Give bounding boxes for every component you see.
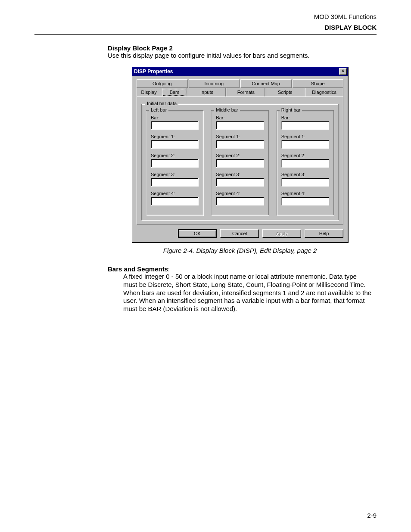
header-line2: DISPLAY BLOCK bbox=[34, 24, 377, 31]
tab-incoming[interactable]: Incoming bbox=[189, 79, 240, 88]
cancel-button[interactable]: Cancel bbox=[220, 229, 259, 238]
tab-panel: Initial bar data Left bar Bar: Segment 1… bbox=[137, 96, 343, 225]
left-bar-input-seg1[interactable] bbox=[151, 140, 199, 149]
right-bar-label-bar: Bar: bbox=[281, 115, 329, 120]
tab-diagnostics[interactable]: Diagnostics bbox=[305, 88, 343, 96]
left-bar-group: Left bar Bar: Segment 1: Segment 2: Segm… bbox=[146, 110, 203, 215]
tab-bars[interactable]: Bars bbox=[162, 88, 187, 96]
right-bar-input-bar[interactable] bbox=[281, 121, 329, 130]
right-bar-input-seg3[interactable] bbox=[281, 178, 329, 187]
page-number: 2-9 bbox=[367, 512, 377, 519]
tab-scripts[interactable]: Scripts bbox=[266, 88, 304, 96]
right-bar-label-seg1: Segment 1: bbox=[281, 134, 329, 139]
bars-segments-title: Bars and Segments bbox=[108, 265, 168, 273]
tabs-row-2: Display Bars Inputs Formats Scripts Diag… bbox=[137, 88, 343, 96]
left-bar-legend: Left bar bbox=[149, 107, 168, 112]
tab-formats[interactable]: Formats bbox=[227, 88, 265, 96]
bars-segments-colon: : bbox=[168, 265, 170, 273]
right-bar-label-seg2: Segment 2: bbox=[281, 153, 329, 158]
right-bar-input-seg1[interactable] bbox=[281, 140, 329, 149]
left-bar-label-seg4: Segment 4: bbox=[151, 191, 199, 196]
dialog-buttons: OK Cancel Apply Help bbox=[137, 229, 343, 238]
middle-bar-group: Middle bar Bar: Segment 1: Segment 2: Se… bbox=[211, 110, 268, 215]
middle-bar-input-bar[interactable] bbox=[216, 121, 264, 130]
close-icon[interactable]: × bbox=[339, 68, 347, 75]
middle-bar-label-seg2: Segment 2: bbox=[216, 153, 264, 158]
bars-segments-heading: Bars and Segments: bbox=[108, 265, 372, 273]
left-bar-input-seg3[interactable] bbox=[151, 178, 199, 187]
left-bar-label-seg1: Segment 1: bbox=[151, 134, 199, 139]
middle-bar-input-seg3[interactable] bbox=[216, 178, 264, 187]
left-bar-label-bar: Bar: bbox=[151, 115, 199, 120]
dialog-titlebar: DISP Properties × bbox=[132, 67, 348, 76]
apply-button[interactable]: Apply bbox=[262, 229, 301, 238]
tab-inputs[interactable]: Inputs bbox=[188, 88, 226, 96]
initial-bar-data-group: Initial bar data Left bar Bar: Segment 1… bbox=[141, 104, 339, 220]
middle-bar-label-seg1: Segment 1: bbox=[216, 134, 264, 139]
tab-shape[interactable]: Shape bbox=[293, 79, 344, 88]
disp-properties-dialog: DISP Properties × Outgoing Incoming Conn… bbox=[132, 67, 348, 243]
middle-bar-input-seg2[interactable] bbox=[216, 159, 264, 168]
middle-bar-label-seg3: Segment 3: bbox=[216, 172, 264, 177]
right-bar-input-seg4[interactable] bbox=[281, 197, 329, 205]
help-button[interactable]: Help bbox=[305, 229, 343, 238]
right-bar-label-seg3: Segment 3: bbox=[281, 172, 329, 177]
right-bar-group: Right bar Bar: Segment 1: Segment 2: Seg… bbox=[277, 110, 334, 215]
left-bar-input-seg4[interactable] bbox=[151, 197, 199, 205]
section-desc: Use this display page to configure initi… bbox=[108, 52, 372, 59]
left-bar-input-bar[interactable] bbox=[151, 121, 199, 130]
dialog-title: DISP Properties bbox=[134, 68, 173, 75]
tabs-row-1: Outgoing Incoming Connect Map Shape bbox=[137, 79, 343, 88]
section-title: Display Block Page 2 bbox=[108, 44, 372, 52]
bars-segments-body: A fixed integer 0 - 50 or a block input … bbox=[123, 273, 372, 313]
figure-caption: Figure 2-4. Display Block (DISP), Edit D… bbox=[108, 247, 372, 254]
tab-outgoing[interactable]: Outgoing bbox=[137, 79, 188, 88]
right-bar-label-seg4: Segment 4: bbox=[281, 191, 329, 196]
middle-bar-legend: Middle bar bbox=[214, 107, 240, 112]
tab-connect-map[interactable]: Connect Map bbox=[240, 79, 292, 88]
right-bar-input-seg2[interactable] bbox=[281, 159, 329, 168]
group-legend: Initial bar data bbox=[145, 101, 178, 106]
header-rule bbox=[34, 34, 377, 35]
left-bar-input-seg2[interactable] bbox=[151, 159, 199, 168]
right-bar-legend: Right bar bbox=[280, 107, 302, 112]
left-bar-label-seg2: Segment 2: bbox=[151, 153, 199, 158]
tab-display[interactable]: Display bbox=[137, 88, 161, 96]
middle-bar-label-seg4: Segment 4: bbox=[216, 191, 264, 196]
middle-bar-label-bar: Bar: bbox=[216, 115, 264, 120]
middle-bar-input-seg4[interactable] bbox=[216, 197, 264, 205]
middle-bar-input-seg1[interactable] bbox=[216, 140, 264, 149]
header-line1: MOD 30ML Functions bbox=[34, 13, 377, 20]
left-bar-label-seg3: Segment 3: bbox=[151, 172, 199, 177]
ok-button[interactable]: OK bbox=[178, 229, 217, 238]
section-title-text: Display Block Page 2 bbox=[108, 44, 173, 52]
